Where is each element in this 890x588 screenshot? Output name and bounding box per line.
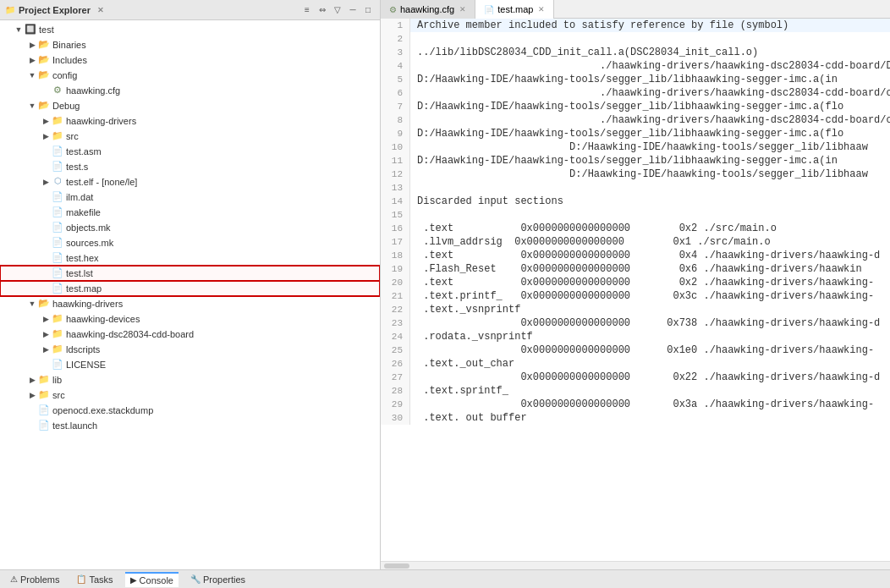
tree-arrow[interactable]: ▶ <box>27 41 37 49</box>
tree-arrow[interactable]: ▼ <box>27 299 37 308</box>
line-number: 11 <box>381 154 410 168</box>
code-line-13: 13 <box>381 181 890 195</box>
minimize-button[interactable]: ─ <box>346 3 360 17</box>
tree-arrow[interactable]: ▶ <box>27 56 37 64</box>
tree-arrow[interactable]: ▶ <box>27 391 37 399</box>
lst-file-icon: 📄 <box>51 267 64 279</box>
panel-header: 📁 Project Explorer ✕ ≡ ⇔ ▽ ─ □ <box>0 0 380 20</box>
tree-item-test-launch[interactable]: ▶ 📄 test.launch <box>0 418 380 433</box>
tree-item-test-asm[interactable]: ▶ 📄 test.asm <box>0 144 380 159</box>
tree-arrow[interactable]: ▶ <box>41 178 51 186</box>
line-number: 24 <box>381 330 410 343</box>
tree-item-haawking-drivers-root[interactable]: ▼ 📂 haawking-drivers <box>0 296 380 311</box>
line-number: 28 <box>381 384 410 398</box>
folder-open-icon: 📂 <box>37 298 51 310</box>
license-file-icon: 📄 <box>51 359 64 371</box>
tree-item-test[interactable]: ▼ 🔲 test <box>0 22 380 37</box>
tree-item-makefile[interactable]: ▶ 📄 makefile <box>0 205 380 220</box>
tree-arrow[interactable]: ▶ <box>27 376 37 384</box>
tasks-tab[interactable]: 📋 Tasks <box>71 573 118 586</box>
tree-label: test.asm <box>66 146 102 157</box>
folder-open-icon: 📂 <box>37 69 51 81</box>
tree-item-src[interactable]: ▶ 📁 src <box>0 387 380 403</box>
tasks-label: Tasks <box>89 574 113 585</box>
tree-arrow[interactable]: ▶ <box>41 315 51 323</box>
project-icon: 🔲 <box>24 24 37 36</box>
tree-item-test-hex[interactable]: ▶ 📄 test.hex <box>0 250 380 266</box>
line-content: ./haawking-drivers/haawking-dsc28034-cdd… <box>410 59 890 73</box>
tree-item-test-elf[interactable]: ▶ ⬡ test.elf - [none/le] <box>0 174 380 190</box>
editor-panel: ⚙ haawking.cfg ✕ 📄 test.map ✕ 1 Archive … <box>381 0 890 569</box>
tree-item-lib[interactable]: ▶ 📁 lib <box>0 372 380 387</box>
line-content: .text._out_char <box>410 357 890 371</box>
code-line-20: 20 .text 0x0000000000000000 0x2 ./haawki… <box>381 276 890 289</box>
tree-item-haawking-devices[interactable]: ▶ 📁 haawking-devices <box>0 311 380 327</box>
tree-arrow[interactable]: ▶ <box>41 117 51 125</box>
map-file-icon: 📄 <box>51 283 64 294</box>
tree-item-license[interactable]: ▶ 📄 LICENSE <box>0 357 380 372</box>
folder-icon: 📁 <box>37 389 51 401</box>
tree-arrow[interactable]: ▼ <box>14 25 24 34</box>
horizontal-scrollbar[interactable] <box>381 561 890 569</box>
tab-haawking-cfg[interactable]: ⚙ haawking.cfg ✕ <box>381 0 475 19</box>
maximize-button[interactable]: □ <box>361 3 375 17</box>
tree-item-config[interactable]: ▼ 📂 config <box>0 68 380 83</box>
console-tab[interactable]: ▶ Console <box>125 572 179 587</box>
code-line-10: 10 D:/Haawking-IDE/haawking-tools/segger… <box>381 140 890 154</box>
editor-tabs: ⚙ haawking.cfg ✕ 📄 test.map ✕ <box>381 0 890 19</box>
tree-item-haawking-cfg[interactable]: ▶ ⚙ haawking.cfg <box>0 83 380 98</box>
line-number: 4 <box>381 59 410 73</box>
tree-item-openocd-stackdump[interactable]: ▶ 📄 openocd.exe.stackdump <box>0 403 380 418</box>
tree-item-includes[interactable]: ▶ 📂 Includes <box>0 52 380 68</box>
tab-test-map[interactable]: 📄 test.map ✕ <box>475 0 554 19</box>
tree-label: ldscripts <box>66 344 100 354</box>
line-content: 0x0000000000000000 0x22 ./haawking-drive… <box>410 371 890 384</box>
stackdump-file-icon: 📄 <box>37 404 51 416</box>
tree-item-sources-mk[interactable]: ▶ 📄 sources.mk <box>0 235 380 250</box>
tree-arrow[interactable]: ▼ <box>27 102 37 110</box>
cfg-tab-close-icon[interactable]: ✕ <box>459 5 466 14</box>
tree-item-ldscripts[interactable]: ▶ 📁 ldscripts <box>0 342 380 357</box>
tree-arrow[interactable]: ▶ <box>41 345 51 354</box>
folder-icon: 📁 <box>51 343 64 355</box>
tree-item-test-map[interactable]: ▶ 📄 test.map <box>0 281 380 296</box>
problems-tab[interactable]: ⚠ Problems <box>5 573 64 586</box>
code-line-17: 17 .llvm_addrsig 0x0000000000000000 0x1 … <box>381 235 890 249</box>
line-content <box>410 32 890 46</box>
line-content: .rodata._vsnprintf <box>410 330 890 343</box>
code-line-28: 28 .text.sprintf_ <box>381 384 890 398</box>
tree-arrow[interactable]: ▶ <box>41 330 51 338</box>
tree-item-src-debug[interactable]: ▶ 📁 src <box>0 129 380 144</box>
tree-item-debug[interactable]: ▼ 📂 Debug <box>0 98 380 113</box>
tree-item-objects-mk[interactable]: ▶ 📄 objects.mk <box>0 220 380 235</box>
link-with-editor-button[interactable]: ⇔ <box>316 3 329 17</box>
tree-arrow[interactable]: ▶ <box>41 132 51 140</box>
line-content: .text.sprintf_ <box>410 384 890 398</box>
line-content: D:/Haawking-IDE/haawking-tools/segger_li… <box>410 168 890 181</box>
properties-tab[interactable]: 🔧 Properties <box>185 573 250 586</box>
tree-item-ilm-dat[interactable]: ▶ 📄 ilm.dat <box>0 190 380 205</box>
collapse-all-button[interactable]: ≡ <box>300 3 314 17</box>
line-content: D:/Haawking-IDE/haawking-tools/segger_li… <box>410 140 890 154</box>
close-panel-icon[interactable]: ✕ <box>97 6 104 14</box>
tree-item-haawking-drivers-debug[interactable]: ▶ 📁 haawking-drivers <box>0 113 380 129</box>
mk-file-icon: 📄 <box>51 222 64 234</box>
tree-label: config <box>52 70 77 80</box>
code-line-12: 12 D:/Haawking-IDE/haawking-tools/segger… <box>381 168 890 181</box>
tree-item-binaries[interactable]: ▶ 📂 Binaries <box>0 37 380 52</box>
tree-item-test-s[interactable]: ▶ 📄 test.s <box>0 159 380 174</box>
line-number: 12 <box>381 168 410 181</box>
tree-label: test.lst <box>66 268 93 278</box>
filter-button[interactable]: ▽ <box>331 3 344 17</box>
map-tab-close-icon[interactable]: ✕ <box>538 5 545 14</box>
tree-item-test-lst[interactable]: ▶ 📄 test.lst <box>0 266 380 281</box>
tree-arrow[interactable]: ▼ <box>27 71 37 80</box>
line-content: ../lib/libDSC28034_CDD_init_call.a(DSC28… <box>410 46 890 59</box>
code-editor[interactable]: 1 Archive member included to satisfy ref… <box>381 19 890 561</box>
tree-item-haawking-dsc28034[interactable]: ▶ 📁 haawking-dsc28034-cdd-board <box>0 327 380 342</box>
folder-icon: 📁 <box>51 328 64 340</box>
line-content <box>410 208 890 222</box>
code-line-15: 15 <box>381 208 890 222</box>
scrollbar-thumb[interactable] <box>384 563 409 569</box>
tree-label: src <box>52 390 65 400</box>
